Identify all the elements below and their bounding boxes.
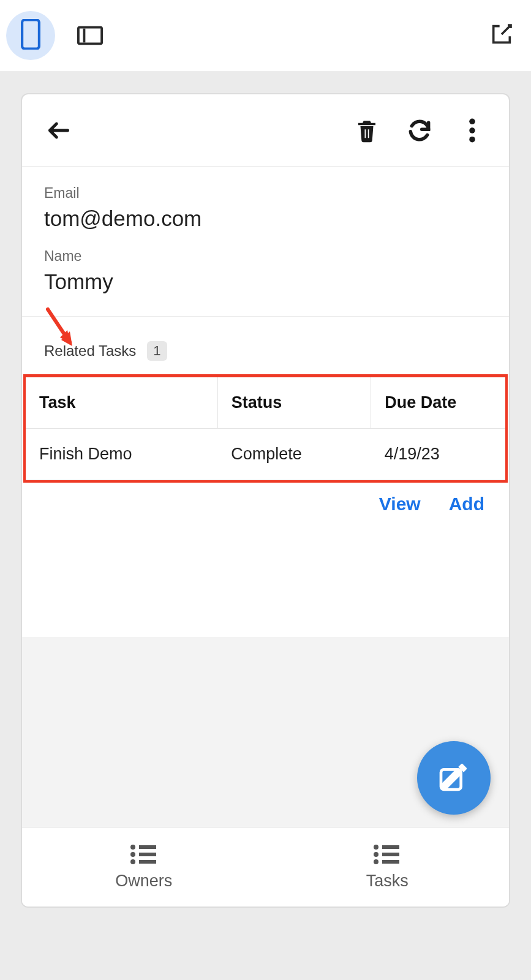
app-header (22, 94, 509, 167)
tab-owners[interactable]: Owners (22, 827, 266, 907)
svg-rect-1 (78, 28, 102, 44)
back-button[interactable] (40, 112, 77, 149)
view-button[interactable]: View (379, 494, 421, 514)
edit-icon (437, 760, 471, 796)
email-value: tom@demo.com (44, 206, 487, 231)
open-external-button[interactable] (489, 22, 514, 49)
svg-point-10 (130, 845, 135, 850)
cell-task: Finish Demo (26, 429, 217, 480)
svg-point-16 (374, 845, 378, 850)
edit-fab[interactable] (417, 741, 491, 815)
related-tasks-label: Related Tasks (44, 342, 136, 360)
name-field: Name Tommy (44, 248, 487, 294)
tab-tasks[interactable]: Tasks (266, 827, 510, 907)
name-label: Name (44, 248, 487, 265)
cell-due: 4/19/23 (371, 429, 505, 480)
email-label: Email (44, 185, 487, 202)
phone-icon (20, 19, 41, 52)
related-tasks-actions: View Add (22, 483, 509, 514)
table-header-status[interactable]: Status (217, 377, 371, 429)
list-icon (372, 843, 402, 868)
phone-preview-button[interactable] (6, 11, 55, 60)
phone-frame: Email tom@demo.com Name Tommy Related Ta… (21, 93, 510, 908)
svg-rect-13 (139, 853, 156, 856)
related-tasks-header: Related Tasks 1 (22, 317, 509, 374)
refresh-button[interactable] (401, 112, 438, 149)
email-field: Email tom@demo.com (44, 185, 487, 231)
svg-point-3 (469, 118, 475, 124)
svg-point-14 (130, 859, 135, 864)
tab-tasks-label: Tasks (366, 872, 409, 891)
svg-point-4 (469, 127, 475, 134)
svg-rect-15 (139, 860, 156, 864)
related-tasks-table: Task Status Due Date Finish Demo Complet… (26, 377, 505, 480)
svg-point-20 (374, 859, 378, 864)
table-header-task[interactable]: Task (26, 377, 217, 429)
svg-rect-21 (382, 860, 399, 864)
preview-toolbar (0, 0, 531, 72)
list-icon (129, 843, 159, 868)
detail-fields: Email tom@demo.com Name Tommy (22, 167, 509, 317)
table-row[interactable]: Finish Demo Complete 4/19/23 (26, 429, 505, 480)
svg-rect-19 (382, 853, 399, 856)
bottom-tabs: Owners Tasks (22, 827, 509, 907)
svg-rect-17 (382, 845, 399, 849)
svg-point-5 (469, 136, 475, 142)
related-tasks-count: 1 (147, 341, 167, 361)
add-button[interactable]: Add (449, 494, 484, 514)
related-tasks-table-highlight: Task Status Due Date Finish Demo Complet… (23, 374, 508, 483)
svg-point-12 (130, 852, 135, 857)
svg-rect-0 (22, 20, 39, 48)
tablet-preview-button[interactable] (77, 26, 103, 45)
svg-point-18 (374, 852, 378, 857)
svg-marker-7 (60, 330, 70, 342)
more-menu-button[interactable] (454, 112, 491, 149)
delete-button[interactable] (348, 112, 385, 149)
preview-stage: Email tom@demo.com Name Tommy Related Ta… (0, 72, 531, 980)
cell-status: Complete (217, 429, 371, 480)
name-value: Tommy (44, 270, 487, 294)
table-header-due[interactable]: Due Date (371, 377, 505, 429)
svg-rect-11 (139, 845, 156, 849)
tab-owners-label: Owners (115, 872, 172, 891)
